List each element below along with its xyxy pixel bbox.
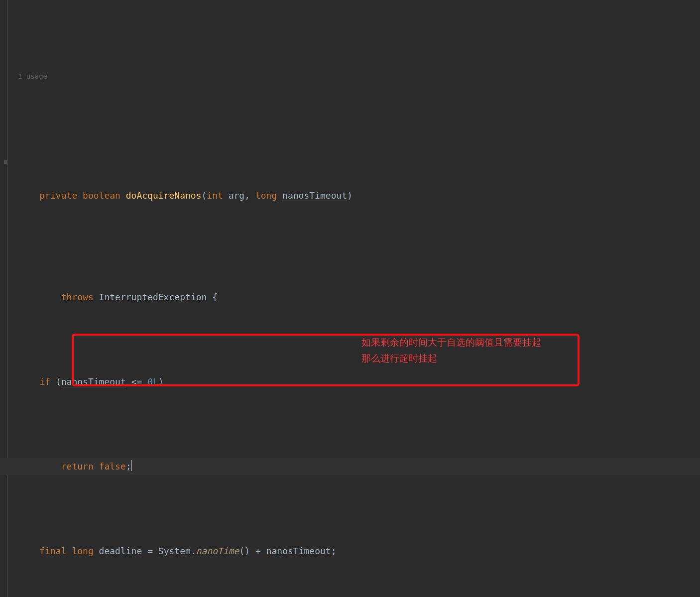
keyword-return: return xyxy=(61,461,94,472)
type-interruptedexception: InterruptedException xyxy=(99,292,207,302)
paren-open: ( xyxy=(56,376,61,387)
keyword-if: if xyxy=(39,376,50,387)
method-nanotime: nanoTime xyxy=(196,546,239,556)
var-deadline: deadline xyxy=(99,546,142,556)
dot: . xyxy=(191,546,196,556)
class-system: System xyxy=(158,546,191,556)
method-name: doAcquireNanos xyxy=(126,190,202,201)
var-nanos: nanosTimeout xyxy=(266,546,331,556)
code-line[interactable]: final long deadline = System.nanoTime() … xyxy=(0,543,700,560)
keyword-boolean: boolean xyxy=(83,190,120,201)
caret-icon xyxy=(131,460,132,471)
semicolon: ; xyxy=(331,546,337,556)
keyword-false: false xyxy=(99,461,126,472)
punct: ( xyxy=(201,190,207,201)
op-plus: + xyxy=(255,546,261,556)
param-arg: arg xyxy=(229,190,245,201)
keyword-long: long xyxy=(255,190,277,201)
code-line[interactable]: throws InterruptedException { xyxy=(0,289,700,306)
annotation-box-line1: 如果剩余的时间大于自选的阈值且需要挂起 xyxy=(361,335,541,350)
keyword-throws: throws xyxy=(61,292,94,302)
code-line[interactable]: private boolean doAcquireNanos(int arg, … xyxy=(0,153,700,221)
param-nanos: nanosTimeout xyxy=(282,190,347,201)
var-nanos: nanosTimeout xyxy=(61,376,126,387)
fold-tick-icon xyxy=(4,160,7,164)
code-line-active[interactable]: return false; xyxy=(0,458,700,475)
annotation-box-line2: 那么进行超时挂起 xyxy=(361,351,437,366)
punct: , xyxy=(244,190,255,201)
keyword-long: long xyxy=(72,546,93,556)
punct: ) xyxy=(347,190,352,201)
semicolon: ; xyxy=(126,461,131,472)
paren-close: ) xyxy=(158,376,164,387)
usage-hint[interactable]: 1 usage xyxy=(0,68,700,85)
keyword-int: int xyxy=(207,190,223,201)
literal-0L: 0L xyxy=(147,376,158,387)
op-lte: <= xyxy=(131,376,142,387)
op-assign: = xyxy=(147,546,153,556)
code-editor[interactable]: 1 usage private boolean doAcquireNanos(i… xyxy=(0,0,700,597)
brace-open: { xyxy=(212,292,218,302)
parens: () xyxy=(239,546,250,556)
keyword-final: final xyxy=(39,546,66,556)
code-line[interactable]: if (nanosTimeout <= 0L) xyxy=(0,373,700,390)
keyword-private: private xyxy=(39,190,77,201)
